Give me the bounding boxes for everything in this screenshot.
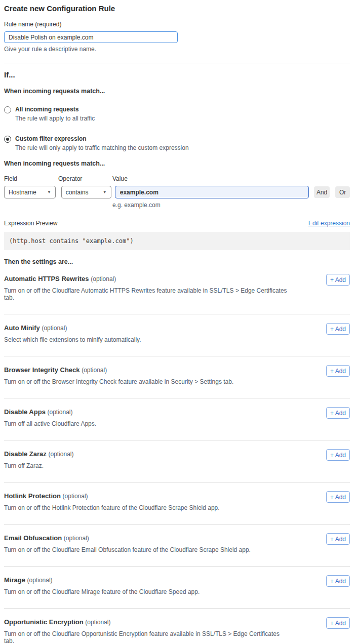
- setting-description: Turn off all active Cloudflare Apps.: [4, 420, 96, 427]
- field-select[interactable]: Hostname ▼: [4, 186, 56, 198]
- page-title: Create new Configuration Rule: [4, 4, 350, 13]
- setting-optional-tag: (optional): [85, 619, 110, 626]
- setting-row: Browser Integrity Check (optional) Turn …: [4, 356, 350, 398]
- expression-preview-code: (http.host contains "example.com"): [4, 232, 350, 250]
- setting-optional-tag: (optional): [48, 409, 73, 416]
- radio-unselected-icon[interactable]: [4, 106, 11, 113]
- radio-option-all-requests[interactable]: All incoming requests The rule will appl…: [4, 106, 350, 122]
- value-input[interactable]: [115, 186, 309, 198]
- configuration-rule-form: Create new Configuration Rule Rule name …: [0, 0, 357, 644]
- field-label: Field: [4, 175, 58, 182]
- setting-optional-tag: (optional): [64, 535, 89, 542]
- setting-name: Opportunistic Encryption: [4, 618, 84, 626]
- setting-description: Turn off Zaraz.: [4, 462, 73, 469]
- setting-description: Turn on or off the Browser Integrity Che…: [4, 378, 233, 385]
- setting-name: Disable Apps: [4, 408, 46, 416]
- setting-description: Select which file extensions to minify a…: [4, 336, 141, 343]
- operator-select[interactable]: contains ▼: [61, 186, 111, 198]
- expression-preview-label: Expression Preview: [4, 220, 57, 227]
- match-heading: When incoming requests match...: [4, 88, 350, 95]
- if-heading: If...: [4, 70, 350, 79]
- setting-name: Disable Zaraz: [4, 450, 47, 458]
- setting-optional-tag: (optional): [82, 367, 107, 374]
- add-setting-button[interactable]: + Add: [326, 323, 350, 335]
- setting-optional-tag: (optional): [48, 451, 73, 458]
- setting-name: Browser Integrity Check: [4, 366, 80, 374]
- then-settings-heading: Then the settings are...: [4, 258, 350, 265]
- setting-description: Turn on or off the Cloudflare Email Obfu…: [4, 546, 251, 553]
- setting-name: Automatic HTTPS Rewrites: [4, 275, 89, 283]
- add-setting-button[interactable]: + Add: [326, 491, 350, 503]
- radio-description: The rule will apply to all traffic: [15, 115, 95, 122]
- setting-name: Auto Minify: [4, 324, 40, 332]
- add-setting-button[interactable]: + Add: [326, 449, 350, 461]
- field-select-value: Hostname: [9, 189, 36, 196]
- operator-label: Operator: [58, 175, 112, 182]
- setting-row: Hotlink Protection (optional) Turn on or…: [4, 482, 350, 525]
- setting-name: Mirage: [4, 576, 25, 584]
- radio-label: All incoming requests: [15, 106, 95, 113]
- section-divider: [4, 63, 350, 63]
- setting-row: Auto Minify (optional) Select which file…: [4, 314, 350, 356]
- setting-row: Opportunistic Encryption (optional) Turn…: [4, 609, 350, 644]
- setting-description: Turn on or off the Cloudflare Automatic …: [4, 287, 288, 301]
- add-setting-button[interactable]: + Add: [326, 533, 350, 545]
- builder-heading: When incoming requests match...: [4, 160, 350, 167]
- radio-option-custom-expression[interactable]: Custom filter expression The rule will o…: [4, 135, 350, 151]
- rule-name-input[interactable]: [4, 31, 178, 43]
- add-setting-button[interactable]: + Add: [326, 274, 350, 286]
- edit-expression-link[interactable]: Edit expression: [308, 220, 350, 227]
- value-help: e.g. example.com: [112, 202, 350, 209]
- add-setting-button[interactable]: + Add: [326, 617, 350, 629]
- radio-description: The rule will only apply to traffic matc…: [15, 144, 189, 151]
- setting-row: Mirage (optional) Turn on or off the Clo…: [4, 567, 350, 609]
- operator-select-value: contains: [66, 189, 89, 196]
- or-button[interactable]: Or: [335, 186, 350, 198]
- setting-name: Email Obfuscation: [4, 534, 62, 542]
- setting-description: Turn on or off the Cloudflare Opportunis…: [4, 630, 288, 644]
- setting-description: Turn on or off the Hotlink Protection fe…: [4, 504, 220, 511]
- chevron-down-icon: ▼: [47, 190, 51, 194]
- setting-row: Disable Zaraz (optional) Turn off Zaraz.…: [4, 440, 350, 482]
- rule-name-label: Rule name (required): [4, 21, 350, 28]
- setting-optional-tag: (optional): [42, 325, 67, 332]
- setting-row: Disable Apps (optional) Turn off all act…: [4, 398, 350, 440]
- chevron-down-icon: ▼: [103, 190, 107, 194]
- setting-optional-tag: (optional): [27, 577, 53, 584]
- settings-list: Automatic HTTPS Rewrites (optional) Turn…: [4, 265, 350, 644]
- add-setting-button[interactable]: + Add: [326, 575, 350, 587]
- and-button[interactable]: And: [314, 186, 330, 198]
- setting-name: Hotlink Protection: [4, 492, 61, 500]
- setting-optional-tag: (optional): [63, 493, 88, 500]
- add-setting-button[interactable]: + Add: [326, 365, 350, 377]
- setting-optional-tag: (optional): [91, 275, 116, 283]
- value-label: Value: [112, 175, 128, 182]
- setting-row: Automatic HTTPS Rewrites (optional) Turn…: [4, 265, 350, 314]
- add-setting-button[interactable]: + Add: [326, 407, 350, 419]
- radio-label: Custom filter expression: [15, 135, 189, 142]
- setting-description: Turn on or off the Cloudflare Mirage fea…: [4, 588, 200, 595]
- setting-row: Email Obfuscation (optional) Turn on or …: [4, 525, 350, 567]
- rule-name-help: Give your rule a descriptive name.: [4, 46, 350, 53]
- radio-selected-icon[interactable]: [4, 136, 11, 143]
